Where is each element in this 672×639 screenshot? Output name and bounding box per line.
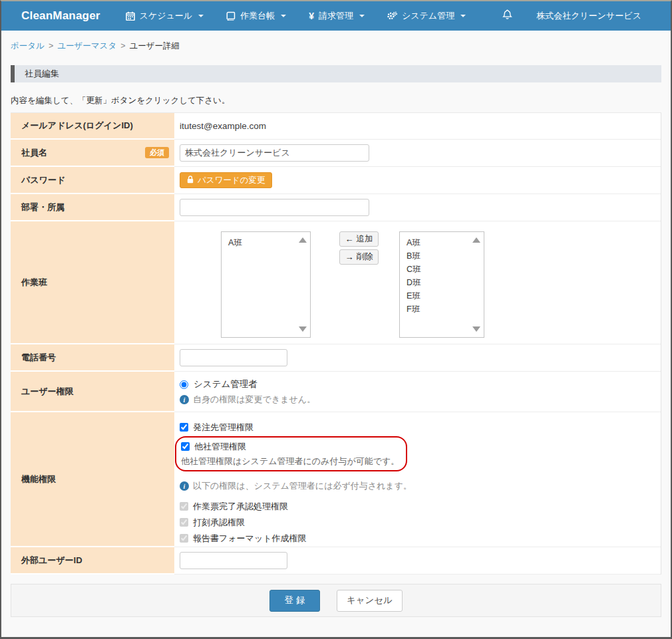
breadcrumb-separator: > [120, 41, 125, 51]
permissions-info-text: 以下の権限は、システム管理者には必ず付与されます。 [193, 480, 412, 492]
list-item[interactable]: B班 [407, 249, 470, 263]
navbar-right: 株式会社クリーンサービス [502, 9, 659, 23]
page-title-text: 社員編集 [25, 68, 59, 80]
register-button[interactable]: 登 録 [269, 590, 320, 612]
change-password-button[interactable]: パスワードの変更 [180, 172, 272, 188]
team-label: 作業班 [11, 221, 174, 344]
list-item[interactable]: D班 [407, 276, 470, 289]
name-cell [174, 140, 661, 167]
role-note: i 自身の権限は変更できません。 [180, 394, 661, 406]
department-cell [174, 194, 661, 221]
system-admin-radio[interactable] [180, 380, 188, 389]
chevron-down-icon [460, 15, 466, 17]
email-value: itutest@example.com [180, 121, 266, 131]
locked-permissions-list: 作業票完了承認処理権限 打刻承認権限 報告書フォーマット作成権限 [180, 499, 661, 546]
worksheet-approval-label: 作業票完了承認処理権限 [193, 501, 288, 513]
lock-icon [187, 176, 194, 186]
scroll-up-icon[interactable] [299, 237, 307, 243]
bell-icon[interactable] [502, 9, 512, 23]
breadcrumb-current: ユーザー詳細 [129, 41, 180, 51]
other-company-permission-checkbox[interactable] [181, 442, 190, 451]
breadcrumb-user-master[interactable]: ユーザーマスタ [57, 41, 116, 51]
scroll-up-icon[interactable] [472, 237, 480, 243]
app-window: CleanManager スケジュール 作業台帳 ¥ 請求管理 システム管理 [0, 0, 672, 639]
nav-menu-workledger[interactable]: 作業台帳 [226, 10, 286, 22]
report-format-label: 報告書フォーマット作成権限 [193, 533, 307, 545]
breadcrumb-portal[interactable]: ポータル [11, 41, 45, 51]
yen-icon: ¥ [309, 11, 314, 21]
department-input[interactable] [180, 199, 369, 216]
add-team-button[interactable]: ← 追加 [339, 231, 379, 247]
list-item[interactable]: A班 [407, 236, 470, 249]
timestamp-approval-checkbox [180, 518, 188, 527]
team-cell: A班 ← 追加 → 削除 [174, 221, 661, 344]
chevron-down-icon [359, 15, 365, 17]
calendar-icon [126, 11, 135, 21]
employee-edit-form: メールアドレス(ログインID) itutest@example.com 社員名 … [11, 112, 661, 575]
permissions-info: i 以下の権限は、システム管理者には必ず付与されます。 [180, 480, 661, 492]
available-team-listbox[interactable]: A班 B班 C班 D班 E班 F班 [399, 231, 484, 338]
external-id-input[interactable] [180, 552, 287, 569]
logged-in-company[interactable]: 株式会社クリーンサービス [536, 10, 659, 22]
other-company-permission-label: 他社管理権限 [194, 441, 246, 453]
supplier-permission-checkbox[interactable] [180, 423, 188, 432]
role-radio-option[interactable]: システム管理者 [180, 378, 661, 390]
role-cell: システム管理者 i 自身の権限は変更できません。 [174, 372, 661, 412]
remove-team-button[interactable]: → 削除 [339, 249, 379, 265]
instruction-text: 内容を編集して、「更新」ボタンをクリックして下さい。 [11, 95, 661, 106]
remove-team-label: 削除 [357, 251, 373, 263]
password-label: パスワード [11, 167, 174, 194]
form-footer: 登 録 キャンセル [11, 584, 661, 617]
chevron-down-icon [198, 15, 204, 17]
nav-menu-system[interactable]: システム管理 [387, 10, 466, 22]
report-format-option: 報告書フォーマット作成権限 [180, 531, 661, 546]
phone-cell [174, 344, 661, 372]
nav-menu-schedule[interactable]: スケジュール [126, 10, 204, 22]
breadcrumb: ポータル>ユーザーマスタ>ユーザー詳細 [1, 31, 671, 52]
worksheet-approval-option: 作業票完了承認処理権限 [180, 499, 661, 514]
assigned-team-listbox[interactable]: A班 [221, 231, 311, 338]
role-note-text: 自身の権限は変更できません。 [193, 394, 315, 406]
list-item[interactable]: F班 [407, 303, 470, 316]
breadcrumb-separator: > [49, 41, 53, 51]
report-format-checkbox [180, 534, 188, 543]
row-password: パスワード パスワードの変更 [11, 167, 661, 194]
list-item[interactable]: E班 [407, 289, 470, 303]
list-item[interactable]: A班 [228, 236, 297, 249]
change-password-label: パスワードの変更 [198, 175, 265, 186]
book-icon [226, 11, 236, 21]
timestamp-approval-option: 打刻承認権限 [180, 515, 661, 530]
brand-logo[interactable]: CleanManager [21, 9, 100, 23]
add-team-label: 追加 [357, 233, 373, 245]
navbar: CleanManager スケジュール 作業台帳 ¥ 請求管理 システム管理 [1, 1, 671, 31]
role-label: ユーザー権限 [11, 372, 174, 412]
scroll-down-icon[interactable] [472, 326, 480, 332]
info-icon: i [180, 395, 189, 404]
nav-menu-label: 請求管理 [319, 10, 353, 22]
permissions-label: 機能権限 [11, 412, 174, 547]
other-company-permission-option[interactable]: 他社管理権限 [181, 439, 399, 454]
nav-menu-label: 作業台帳 [240, 10, 275, 22]
page-title: 社員編集 [11, 65, 661, 82]
list-item[interactable]: C班 [407, 263, 470, 276]
chevron-down-icon [281, 15, 286, 17]
email-label: メールアドレス(ログインID) [11, 113, 174, 140]
nav-menu-label: スケジュール [140, 10, 193, 22]
arrow-left-icon: ← [345, 235, 354, 243]
nav-menu-label: システム管理 [402, 10, 454, 22]
email-cell: itutest@example.com [174, 113, 661, 140]
scroll-down-icon[interactable] [299, 326, 307, 332]
phone-input[interactable] [180, 349, 287, 366]
required-badge: 必須 [145, 147, 169, 158]
name-label-cell: 社員名 必須 [11, 140, 174, 167]
supplier-permission-label: 発注先管理権限 [193, 422, 253, 434]
row-phone: 電話番号 [11, 344, 661, 372]
supplier-permission-option[interactable]: 発注先管理権限 [180, 420, 661, 435]
row-email: メールアドレス(ログインID) itutest@example.com [11, 113, 661, 140]
nav-menu-billing[interactable]: ¥ 請求管理 [309, 10, 365, 22]
row-permissions: 機能権限 発注先管理権限 他社管理権限 他社管理権限はシステム管理者にのみ付与が… [11, 412, 661, 547]
name-input[interactable] [180, 144, 369, 162]
row-external-id: 外部ユーザーID [11, 547, 661, 575]
cancel-button[interactable]: キャンセル [337, 590, 403, 612]
row-team: 作業班 A班 ← 追加 → 削除 [11, 221, 661, 344]
